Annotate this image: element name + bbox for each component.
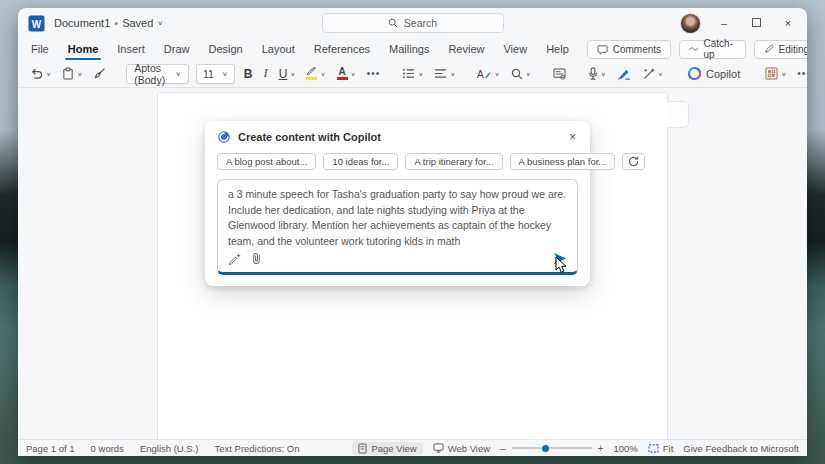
document-title[interactable]: Document1 • Saved ∨ — [54, 17, 163, 29]
tab-layout[interactable]: Layout — [261, 41, 296, 57]
titlebar-controls: – × — [680, 13, 797, 34]
bold-icon: B — [244, 67, 253, 81]
comments-button[interactable]: Comments — [587, 40, 671, 59]
chevron-down-icon: ∨ — [526, 70, 531, 76]
tab-help[interactable]: Help — [545, 41, 570, 57]
editing-label: Editing — [779, 44, 807, 55]
chip-business-plan[interactable]: A business plan for... — [510, 153, 616, 170]
dialog-title: Create content with Copilot — [238, 131, 381, 143]
alignment-button[interactable]: ∨ — [432, 66, 457, 81]
editing-mode-button[interactable]: Editing ∨ — [754, 40, 807, 59]
font-name-value: Aptos (Body) — [134, 62, 165, 86]
copilot-dialog: Create content with Copilot × A blog pos… — [205, 121, 590, 286]
close-icon[interactable]: × — [567, 130, 578, 144]
tab-references[interactable]: References — [313, 41, 371, 57]
copilot-icon — [217, 130, 231, 144]
chip-ideas[interactable]: 10 ideas for... — [323, 153, 398, 170]
more-commands-button[interactable]: ••• — [795, 66, 807, 81]
tab-mailings[interactable]: Mailings — [388, 41, 430, 57]
styles-button[interactable]: A ∨ — [475, 66, 501, 82]
tab-home[interactable]: Home — [67, 41, 100, 57]
chip-trip-itinerary[interactable]: A trip itinerary for... — [405, 153, 502, 170]
tab-draw[interactable]: Draw — [163, 41, 191, 57]
zoom-out-button[interactable]: – — [500, 443, 506, 454]
chevron-down-icon: ∨ — [781, 70, 786, 76]
page-view-label: Page View — [371, 443, 416, 454]
page-view-button[interactable]: Page View — [352, 442, 422, 455]
zoom-level[interactable]: 100% — [613, 443, 637, 454]
close-button[interactable]: × — [779, 17, 797, 29]
chevron-down-icon: ∨ — [222, 70, 228, 77]
word-count[interactable]: 0 words — [91, 443, 124, 454]
user-avatar[interactable] — [680, 13, 701, 34]
chevron-down-icon: ∨ — [320, 70, 325, 76]
addins-button[interactable]: ∨ — [763, 65, 788, 82]
highlighter-button[interactable]: ∨ — [304, 65, 327, 82]
ribbon-tab-bar: File Home Insert Draw Design Layout Refe… — [18, 38, 807, 60]
saved-status: Saved — [122, 17, 153, 29]
copilot-label: Copilot — [706, 68, 740, 80]
underline-button[interactable]: U ∨ — [277, 65, 298, 83]
search-input[interactable]: Search — [322, 13, 504, 33]
language-status[interactable]: English (U.S.) — [140, 443, 199, 454]
italic-button[interactable]: I — [261, 64, 269, 83]
paste-button[interactable]: ∨ — [60, 65, 84, 82]
dictate-button[interactable]: ∨ — [586, 65, 608, 82]
pencil-icon — [764, 44, 774, 54]
pen-sparkle-icon[interactable] — [228, 253, 241, 265]
page-count[interactable]: Page 1 of 1 — [26, 443, 75, 454]
word-logo-icon: W — [28, 15, 45, 32]
chevron-down-icon: ∨ — [601, 70, 606, 76]
ellipsis-icon: ••• — [367, 68, 381, 79]
refresh-suggestions-button[interactable] — [622, 153, 645, 170]
undo-button[interactable]: ∨ — [28, 66, 53, 82]
ribbon-toolbar: ∨ ∨ Aptos (Body) ∨ 11 ∨ B I U ∨ — [18, 60, 807, 88]
find-button[interactable]: ∨ — [509, 66, 533, 82]
fit-button[interactable]: Fit — [648, 443, 674, 454]
tab-review[interactable]: Review — [447, 41, 485, 57]
chevron-down-icon: ∨ — [157, 19, 163, 26]
chevron-down-icon: ∨ — [351, 70, 356, 76]
page-view-icon — [358, 443, 367, 454]
text-predictions-status[interactable]: Text Predictions: On — [214, 443, 299, 454]
more-font-options-button[interactable]: ••• — [365, 66, 383, 81]
zoom-in-button[interactable]: + — [598, 443, 604, 454]
paperclip-icon[interactable] — [251, 252, 262, 265]
document-name: Document1 — [54, 17, 110, 29]
undo-icon — [30, 68, 43, 80]
tab-insert[interactable]: Insert — [116, 41, 146, 57]
feedback-link[interactable]: Give Feedback to Microsoft — [683, 443, 799, 454]
chip-blog-post[interactable]: A blog post about... — [217, 153, 316, 170]
prompt-text[interactable]: a 3 minute speech for Tasha's graduation… — [228, 187, 567, 249]
catchup-label: Catch-up — [704, 38, 736, 60]
bullet-list-button[interactable]: ∨ — [400, 66, 425, 81]
bold-button[interactable]: B — [242, 65, 255, 83]
zoom-slider-thumb[interactable] — [542, 445, 549, 452]
addins-grid-icon — [765, 67, 778, 80]
svg-text:W: W — [32, 18, 42, 29]
font-size-value: 11 — [203, 68, 214, 80]
web-view-button[interactable]: Web View — [433, 443, 490, 454]
font-color-button[interactable]: A ∨ — [335, 65, 358, 82]
designer-button[interactable] — [551, 66, 568, 82]
tab-view[interactable]: View — [502, 41, 528, 57]
minimize-button[interactable]: – — [715, 17, 733, 29]
highlighter-icon — [306, 67, 317, 76]
copilot-button[interactable]: Copilot — [683, 65, 745, 82]
font-size-select[interactable]: 11 ∨ — [196, 64, 235, 84]
margin-flyout-tab[interactable] — [667, 101, 689, 128]
tab-design[interactable]: Design — [207, 41, 243, 57]
ellipsis-icon: ••• — [797, 68, 807, 79]
prompt-input[interactable]: a 3 minute speech for Tasha's graduation… — [217, 179, 578, 275]
magic-wand-icon — [642, 68, 655, 80]
refresh-icon — [628, 156, 639, 167]
editor-button[interactable] — [615, 66, 633, 82]
font-name-select[interactable]: Aptos (Body) ∨ — [126, 64, 189, 84]
format-painter-button[interactable] — [91, 65, 108, 82]
zoom-slider-track[interactable] — [512, 447, 592, 449]
tab-file[interactable]: File — [30, 41, 50, 57]
web-view-icon — [433, 443, 444, 453]
maximize-button[interactable] — [747, 17, 765, 29]
auto-rewrite-button[interactable]: ∨ — [640, 66, 665, 82]
catchup-button[interactable]: Catch-up — [679, 40, 745, 59]
